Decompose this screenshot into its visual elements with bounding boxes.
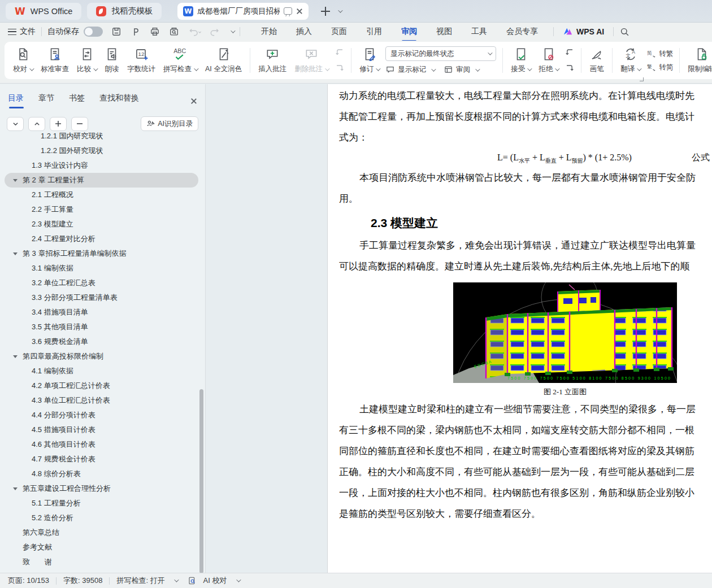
next-comment-icon[interactable] xyxy=(334,63,345,74)
tab-docer-templates[interactable]: 找稻壳模板 xyxy=(87,3,162,20)
comment-bubble-icon[interactable] xyxy=(284,7,292,15)
tab-bookmarks[interactable]: 书签 xyxy=(69,93,85,108)
markup-state-dropdown[interactable]: 显示标记的最终状态 xyxy=(385,46,496,61)
simplified-to-traditional-button[interactable]: 简 转繁 xyxy=(646,49,673,59)
collapse-arrow-icon[interactable] xyxy=(13,179,18,182)
word-count-button[interactable]: 12 字数统计 xyxy=(123,44,159,77)
toc-item[interactable]: 4.8 综价分析表 xyxy=(5,467,198,481)
compare-button[interactable]: 比较 xyxy=(73,44,101,77)
toc-item[interactable]: 4.5 措施项目计价表 xyxy=(5,423,198,437)
menu-review[interactable]: 审阅 xyxy=(392,24,427,40)
toc-item[interactable]: 4.6 其他项目计价表 xyxy=(5,437,198,452)
next-change-icon[interactable] xyxy=(564,63,575,74)
ai-proofread-chevron-icon[interactable] xyxy=(236,577,241,582)
toc-item[interactable]: 第六章总结 xyxy=(5,525,198,540)
autosave-toggle[interactable] xyxy=(84,27,103,37)
brush-button[interactable]: 画笔 xyxy=(585,44,608,77)
tab-document[interactable]: W 成都卷烟厂厂房项目招标工程 xyxy=(177,3,309,20)
toc-item[interactable]: 2.3 模型建立 xyxy=(5,217,198,232)
track-changes-button[interactable]: 修订 xyxy=(355,44,383,77)
file-menu[interactable]: 文件 xyxy=(20,27,36,37)
export-pdf-icon[interactable] xyxy=(130,26,141,37)
toc-item[interactable]: 4.1 编制依据 xyxy=(5,364,198,378)
menu-page[interactable]: 页面 xyxy=(322,24,357,40)
ai-polish-button[interactable]: AI 全文润色 xyxy=(201,44,246,77)
spell-check-button[interactable]: ABC 拼写检查 xyxy=(159,44,201,77)
proofread-button[interactable]: 校对 xyxy=(9,44,37,77)
menu-home[interactable]: 开始 xyxy=(251,24,286,40)
collapse-arrow-icon[interactable] xyxy=(13,487,18,490)
tab-contents[interactable]: 目录 xyxy=(8,93,24,108)
toc-item[interactable]: 4.3 单位工程汇总计价表 xyxy=(5,393,198,408)
collapse-arrow-icon[interactable] xyxy=(13,355,18,358)
ai-proofread-status[interactable]: AI 校对 xyxy=(203,576,227,586)
word-count-indicator[interactable]: 字数: 39508 xyxy=(63,576,102,586)
toc-item[interactable]: 3.5 其他项目清单 xyxy=(5,320,198,334)
toc-item[interactable]: 1.3 毕业设计内容 xyxy=(5,158,198,173)
hamburger-icon[interactable] xyxy=(8,29,16,35)
toc-item[interactable]: 1.2.2 国外研究现状 xyxy=(5,143,198,158)
spell-check-chevron-icon[interactable] xyxy=(174,577,179,582)
save-icon[interactable] xyxy=(111,26,122,37)
toc-item[interactable]: 4.2 单项工程汇总计价表 xyxy=(5,378,198,393)
spell-check-status[interactable]: 拼写检查: 打开 xyxy=(116,576,164,586)
toc-item[interactable]: 5.1 工程量分析 xyxy=(5,496,198,511)
document-page[interactable]: 动力系统的电缆工程量较大，电线工程量大部分在照明系统内。在计算电线电缆时先 其配… xyxy=(328,84,712,573)
menu-member[interactable]: 会员专享 xyxy=(497,24,548,40)
wps-ai-button[interactable]: WPS AI xyxy=(559,27,607,36)
restrict-edit-button[interactable]: 限制编辑 xyxy=(684,44,712,77)
standard-review-button[interactable]: 标准审查 xyxy=(37,44,73,77)
toc-item[interactable]: 第四章最高投标限价编制 xyxy=(5,349,198,364)
tab-chapters[interactable]: 章节 xyxy=(38,93,54,108)
reject-button[interactable]: 拒绝 xyxy=(535,44,562,77)
search-icon[interactable] xyxy=(619,27,630,37)
qat-more-chevron-icon[interactable] xyxy=(231,28,235,33)
menu-tools[interactable]: 工具 xyxy=(462,24,497,40)
ribbon-expand-icon[interactable] xyxy=(639,76,644,82)
read-aloud-button[interactable]: 朗读 xyxy=(101,44,123,77)
undo-icon[interactable] xyxy=(188,26,201,37)
toc-item[interactable]: 第 3 章招标工程量清单编制依据 xyxy=(5,246,198,261)
insert-comment-button[interactable]: 插入批注 xyxy=(254,44,290,77)
toc-item[interactable]: 4.7 规费税金计价表 xyxy=(5,452,198,467)
sidebar-scrollbar[interactable] xyxy=(199,389,203,573)
toc-item-selected[interactable]: 第 2 章 工程量计算 xyxy=(5,173,198,188)
proofread-icon xyxy=(16,47,31,62)
accept-button[interactable]: 接受 xyxy=(507,44,535,77)
close-tab-icon[interactable] xyxy=(296,8,303,15)
toc-item[interactable]: 2.4 工程量对比分析 xyxy=(5,232,198,246)
toc-item[interactable]: 5.2 造价分析 xyxy=(5,511,198,525)
toc-item[interactable]: 3.1 编制依据 xyxy=(5,261,198,276)
show-markup-button[interactable]: 显示标记 xyxy=(385,65,435,75)
toc-item[interactable]: 3.4 措施项目清单 xyxy=(5,305,198,320)
previous-change-icon[interactable] xyxy=(564,47,575,58)
toc-item[interactable]: 4.4 分部分项计价表 xyxy=(5,408,198,423)
close-sidebar-icon[interactable] xyxy=(190,98,197,104)
toc-item[interactable]: 参考文献 xyxy=(5,540,198,555)
toc-item[interactable]: 2.2 手工算量 xyxy=(5,202,198,217)
print-preview-icon[interactable] xyxy=(168,26,180,37)
toc-item[interactable]: 2.1 工程概况 xyxy=(5,188,198,202)
traditional-to-simplified-button[interactable]: 繁 转简 xyxy=(646,63,673,72)
new-tab-icon[interactable] xyxy=(321,7,330,16)
translate-button[interactable]: 文A 翻译 xyxy=(617,44,644,77)
toc-item[interactable]: 3.3 分部分项工程量清单表 xyxy=(5,290,198,305)
page-indicator[interactable]: 页面: 10/153 xyxy=(8,576,49,586)
toc-item[interactable]: 3.6 规费税金清单 xyxy=(5,334,198,349)
toc-item[interactable]: 1.2.1 国内研究现状 xyxy=(5,129,198,143)
tab-list-chevron-icon[interactable] xyxy=(338,8,342,12)
toc-item[interactable]: 3.2 单位工程汇总表 xyxy=(5,276,198,290)
previous-comment-icon[interactable] xyxy=(334,47,345,58)
tab-find-replace[interactable]: 查找和替换 xyxy=(99,93,139,108)
toc-item[interactable]: 致 谢 xyxy=(5,555,198,569)
menu-insert[interactable]: 插入 xyxy=(286,24,322,40)
toc-item[interactable]: 第五章建设工程合理性分析 xyxy=(5,481,198,496)
menu-view[interactable]: 视图 xyxy=(427,24,462,40)
tab-wps-office[interactable]: W WPS Office xyxy=(6,3,81,20)
menu-reference[interactable]: 引用 xyxy=(357,24,392,40)
review-pane-button[interactable]: 审阅 xyxy=(444,65,479,75)
delete-comment-button[interactable]: 删除批注 xyxy=(290,44,332,77)
print-icon[interactable] xyxy=(149,26,160,37)
collapse-arrow-icon[interactable] xyxy=(13,252,18,255)
redo-icon[interactable] xyxy=(209,26,220,37)
